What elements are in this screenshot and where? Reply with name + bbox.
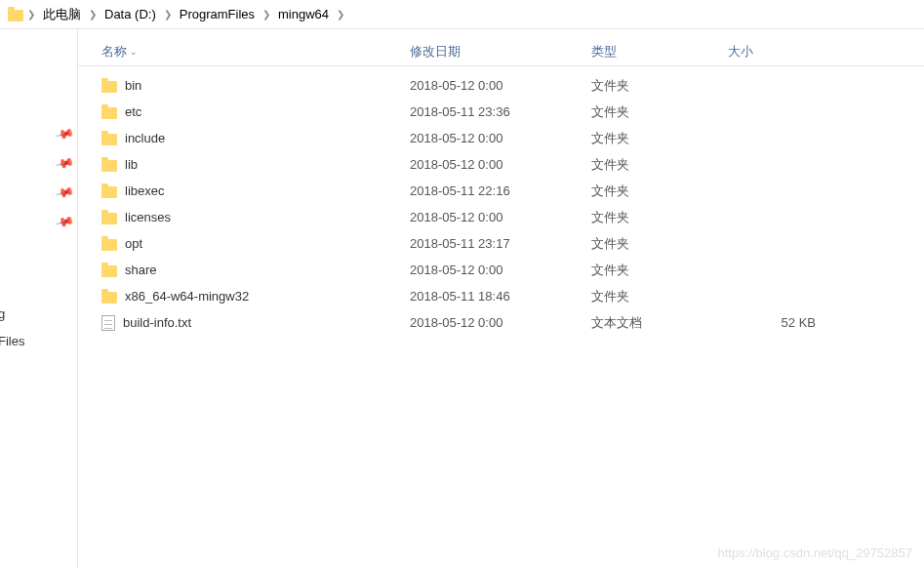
cell-date: 2018-05-12 0:00 [410,131,591,145]
cell-name: opt [101,236,410,251]
body-area: 📌 📌 📌 📌 g Files 名称 ⌄ 修改日期 类型 大小 bin2018-… [0,29,924,568]
file-name: bin [125,78,141,93]
pin-icon: 📌 [54,212,74,232]
column-header-name[interactable]: 名称 ⌄ [101,43,410,61]
file-row[interactable]: licenses2018-05-12 0:00文件夹 [78,204,924,230]
file-row[interactable]: opt2018-05-11 23:17文件夹 [78,230,924,257]
cell-date: 2018-05-11 23:36 [410,104,591,119]
file-name: lib [125,157,138,172]
chevron-right-icon[interactable]: ❯ [337,9,344,20]
address-bar[interactable]: ❯ 此电脑 ❯ Data (D:) ❯ ProgramFiles ❯ mingw… [0,0,924,29]
cell-date: 2018-05-12 0:00 [410,263,591,277]
file-name: libexec [125,183,164,198]
file-name: share [125,263,157,277]
file-name: include [125,131,165,145]
breadcrumb-segment[interactable]: mingw64 [274,5,333,23]
folder-icon [101,160,117,172]
pin-icon: 📌 [54,183,74,203]
cell-name: libexec [101,183,410,198]
file-row[interactable]: bin2018-05-12 0:00文件夹 [78,72,924,99]
chevron-right-icon[interactable]: ❯ [262,9,270,20]
cell-name: share [101,263,410,277]
breadcrumb-segment[interactable]: Data (D:) [100,5,160,23]
cell-date: 2018-05-12 0:00 [410,78,591,93]
cell-type: 文件夹 [591,209,728,226]
folder-icon [101,292,117,304]
file-name: licenses [125,210,171,224]
file-row[interactable]: lib2018-05-12 0:00文件夹 [78,151,924,178]
file-row[interactable]: libexec2018-05-11 22:16文件夹 [78,178,924,204]
breadcrumb-label: mingw64 [278,7,329,21]
folder-icon [101,265,117,277]
breadcrumb-label: ProgramFiles [180,7,255,21]
pin-icon: 📌 [54,153,74,174]
cell-type: 文本文档 [591,314,728,332]
file-row[interactable]: build-info.txt2018-05-12 0:00文本文档52 KB [78,309,924,336]
file-icon [101,315,115,331]
cell-date: 2018-05-12 0:00 [410,315,591,330]
breadcrumb-segment[interactable]: ProgramFiles [176,5,259,23]
rows-container: bin2018-05-12 0:00文件夹etc2018-05-11 23:36… [78,66,924,336]
cell-type: 文件夹 [591,262,728,279]
cell-type: 文件夹 [591,103,728,121]
cell-name: bin [101,78,410,93]
cell-name: include [101,131,410,145]
file-row[interactable]: include2018-05-12 0:00文件夹 [78,125,924,151]
column-header-label: 修改日期 [410,43,461,61]
cell-type: 文件夹 [591,156,728,174]
breadcrumb-label: 此电脑 [43,6,81,23]
column-header-type[interactable]: 类型 [591,43,728,61]
column-header-date[interactable]: 修改日期 [410,43,591,61]
folder-icon [101,213,117,224]
file-name: x86_64-w64-mingw32 [125,289,249,304]
folder-icon [101,239,117,251]
cell-type: 文件夹 [591,130,728,147]
folder-icon [101,107,117,119]
column-header-label: 类型 [591,43,617,61]
folder-icon [101,134,117,145]
cell-date: 2018-05-12 0:00 [410,210,591,224]
folder-icon [101,186,117,198]
file-name: opt [125,236,142,251]
file-row[interactable]: x86_64-w64-mingw322018-05-11 18:46文件夹 [78,283,924,309]
column-header-size[interactable]: 大小 [728,43,845,61]
chevron-right-icon[interactable]: ❯ [89,9,97,20]
cell-name: licenses [101,210,410,224]
chevron-down-icon: ⌄ [130,47,138,57]
file-list-pane: 名称 ⌄ 修改日期 类型 大小 bin2018-05-12 0:00文件夹etc… [78,29,924,568]
sidebar-item-fragment[interactable]: g [0,306,5,321]
breadcrumb-segment[interactable]: 此电脑 [39,4,85,25]
cell-type: 文件夹 [591,235,728,253]
cell-date: 2018-05-12 0:00 [410,157,591,172]
cell-name: lib [101,157,410,172]
file-name: build-info.txt [123,315,191,330]
chevron-right-icon[interactable]: ❯ [27,9,35,20]
cell-date: 2018-05-11 22:16 [410,183,591,198]
cell-name: build-info.txt [101,315,410,331]
folder-icon [8,10,23,21]
cell-name: etc [101,104,410,119]
breadcrumb-label: Data (D:) [104,7,156,21]
cell-type: 文件夹 [591,288,728,305]
watermark: https://blog.csdn.net/qq_29752857 [718,546,913,560]
sidebar-item-fragment[interactable]: Files [0,334,24,348]
file-row[interactable]: share2018-05-12 0:00文件夹 [78,257,924,283]
folder-icon [101,81,117,93]
cell-type: 文件夹 [591,77,728,95]
cell-type: 文件夹 [591,183,728,200]
chevron-right-icon[interactable]: ❯ [164,9,172,20]
file-row[interactable]: etc2018-05-11 23:36文件夹 [78,99,924,125]
navigation-pane[interactable]: 📌 📌 📌 📌 g Files [0,29,78,568]
cell-date: 2018-05-11 18:46 [410,289,591,304]
cell-name: x86_64-w64-mingw32 [101,289,410,304]
column-headers: 名称 ⌄ 修改日期 类型 大小 [78,37,924,66]
column-header-label: 大小 [728,43,753,61]
file-name: etc [125,104,141,119]
cell-size: 52 KB [728,315,845,330]
cell-date: 2018-05-11 23:17 [410,236,591,251]
pin-icon: 📌 [54,124,74,144]
column-header-label: 名称 [101,43,127,61]
